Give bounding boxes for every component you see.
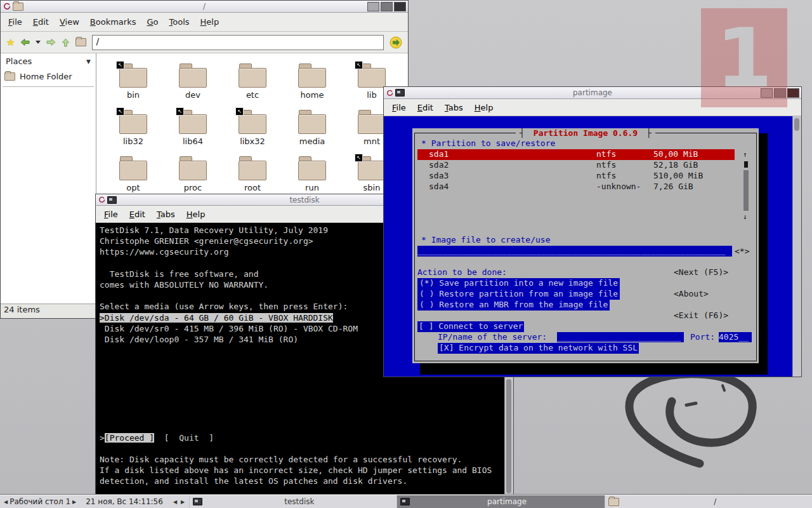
folder-item-proc[interactable]: proc [163,151,223,197]
sidebar-item-home-folder[interactable]: Home Folder [1,69,96,84]
menu-item-help[interactable]: Help [200,17,219,27]
folder-icon: ↖ [119,110,147,134]
folder-item-dev[interactable]: dev [163,58,223,105]
folder-label: lib64 [183,137,203,146]
port-label: Port: [690,332,715,342]
chevron-down-icon[interactable]: ▼ [86,58,91,65]
folder-item-bin[interactable]: ↖bin [103,58,163,105]
menu-item-file[interactable]: File [8,17,22,27]
folder-item-root[interactable]: root [223,151,282,197]
taskbar-task-partimage[interactable]: partimage [396,495,604,508]
list-scrollbar-thumb[interactable] [743,170,749,211]
menu-item-help[interactable]: Help [187,210,206,219]
fm-toolbar: ★ / [1,32,408,53]
exit-button[interactable]: <Exit (F6)> [674,311,728,320]
menu-item-edit[interactable]: Edit [33,17,49,27]
new-tab-icon[interactable]: ★ [6,37,15,48]
forward-icon[interactable] [46,38,56,46]
selected-item[interactable]: >Disk /dev/sda - 64 GB / 60 GiB - VBOX H… [100,313,333,323]
about-button[interactable]: <About> [674,289,709,298]
minimize-button[interactable] [761,88,773,98]
pager-right-icon[interactable]: ▶ [72,499,76,505]
partition-fs: ntfs [596,171,653,182]
address-bar-input[interactable]: / [92,35,384,50]
partition-size: 52,18 GiB [653,160,735,171]
selected-item[interactable]: [Proceed ] [105,433,154,443]
symlink-emblem-icon: ↖ [355,62,362,69]
fm-titlebar[interactable]: / [1,1,408,13]
workspace-pager[interactable]: ◀ Рабочий стол 1 ▶ [0,495,80,508]
folder-item-home[interactable]: home [282,58,342,105]
places-header[interactable]: Places ▼ [1,53,96,69]
connect-to-server-checkbox[interactable]: [ ] Connect to server [417,321,524,332]
folder-label: home [301,90,324,100]
fm-window-title: / [1,2,408,11]
folder-label: dev [185,90,200,100]
menu-item-tools[interactable]: Tools [169,17,190,27]
folder-icon: ↖ [358,156,386,180]
folder-item-lib64[interactable]: ↖lib64 [163,105,223,151]
scrollbar-thumb[interactable] [794,118,799,131]
next-window-icon[interactable]: ▶ [181,499,185,505]
folder-item-run[interactable]: run [282,151,342,197]
terminal-icon [400,498,410,505]
menu-item-go[interactable]: Go [147,17,158,27]
menu-item-tabs[interactable]: Tabs [157,210,175,219]
partimage-terminal[interactable]: ┤ Partition Image 0.6.9 ├ * Partition to… [384,116,801,377]
terminal-line: detection, and install the latest OS pat… [100,476,503,486]
task-label: testdisk [205,497,393,506]
taskbar-task-testdisk[interactable]: testdisk [189,495,396,508]
scroll-down-icon[interactable]: ↓ [743,213,747,221]
partition-row-sda1[interactable]: sda1ntfs50,00 MiB [417,149,735,160]
folder-item-opt[interactable]: opt [103,151,163,197]
action-option-1[interactable]: ( ) Restore partition from an image file [417,289,620,300]
menu-item-file[interactable]: File [392,103,406,112]
scroll-up-icon[interactable]: ↑ [743,150,747,159]
up-icon[interactable] [62,38,70,47]
pager-left-icon[interactable]: ◀ [4,499,8,505]
folder-label: etc [246,90,259,100]
home-folder-icon [4,72,15,81]
menu-item-view[interactable]: View [60,17,79,27]
action-option-2[interactable]: ( ) Restore an MBR from the image file [417,300,610,311]
scrollbar[interactable] [792,116,801,377]
folder-item-libx32[interactable]: ↖libx32 [223,105,282,151]
menu-item-tabs[interactable]: Tabs [445,103,463,112]
taskbar-task-root[interactable]: / [605,495,812,508]
scrollbar-thumb[interactable] [506,379,511,493]
close-button[interactable] [787,88,799,98]
menu-item-edit[interactable]: Edit [417,103,433,112]
server-ip-input[interactable]: _________________________ [557,332,684,342]
partition-row-sda2[interactable]: sda2ntfs52,18 GiB [417,160,735,171]
history-dropdown-icon[interactable] [36,41,41,44]
menu-item-bookmarks[interactable]: Bookmarks [90,17,136,27]
menu-item-file[interactable]: File [104,210,118,219]
folder-item-etc[interactable]: etc [223,58,282,105]
partition-fs: -unknown- [596,182,653,192]
folder-item-lib32[interactable]: ↖lib32 [103,105,163,151]
minimize-button[interactable] [367,2,379,11]
task-label: partimage [412,497,601,506]
maximize-button[interactable] [381,2,393,11]
partimage-titlebar[interactable]: partimage [384,87,801,99]
folder-item-media[interactable]: media [282,105,342,151]
partition-row-sda3[interactable]: sda3ntfs510,00 MiB [417,171,735,182]
go-button[interactable] [390,36,402,49]
prev-window-icon[interactable]: ◀ [173,499,177,505]
image-file-input[interactable]: ________________________________________… [417,246,732,257]
ssl-checkbox[interactable]: [X] Encrypt data on the network with SSL [438,343,639,354]
folder-icon: ↖ [239,110,266,134]
port-input[interactable]: 4025__ [719,332,752,342]
menu-item-edit[interactable]: Edit [129,210,145,219]
back-icon[interactable] [20,38,30,46]
folder-icon [13,3,23,11]
terminal-line [100,443,503,454]
next-button[interactable]: <Next (F5)> [674,267,728,277]
terminal-icon [395,89,405,97]
partimage-window: partimage FileEditTabsHelp ┤ Partition I… [383,86,802,377]
menu-item-help[interactable]: Help [475,103,494,112]
maximize-button[interactable] [774,88,786,98]
partition-row-sda4[interactable]: sda4-unknown-7,26 GiB [417,182,735,192]
action-option-0[interactable]: (*) Save partition into a new image file [417,278,620,289]
close-button[interactable] [394,2,406,11]
